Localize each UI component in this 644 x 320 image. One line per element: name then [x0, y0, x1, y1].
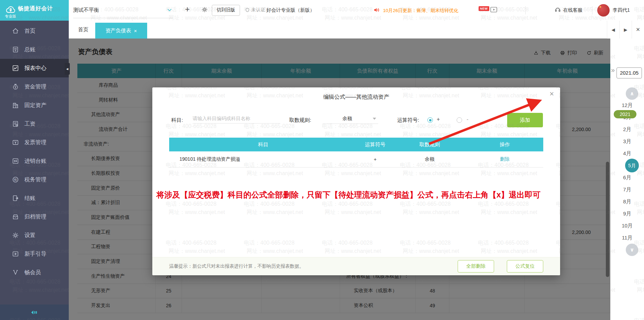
rule-label: 取数规则: [289, 117, 311, 124]
tax-icon: 税 [12, 176, 19, 183]
sidebar-item-label: 税务管理 [24, 176, 46, 183]
tip-text: 温馨提示：新公式只对未出报表进行计算，不影响历史报表数据。 [169, 257, 304, 275]
close-icon: ✕ [636, 26, 640, 33]
sidebar-item-归档管理[interactable]: 归档管理 [0, 207, 69, 226]
subject-label: 科目: [171, 117, 183, 124]
chevron-right-icon: ▶ [624, 27, 627, 32]
sidebar-item-首页[interactable]: 首页 [0, 22, 69, 40]
chevron-down-icon: ∨ [630, 247, 634, 253]
account-selector[interactable]: 测试不平衡 [73, 7, 99, 13]
ledger-icon [12, 46, 19, 53]
tab-close-icon[interactable]: × [134, 28, 137, 34]
add-account-button[interactable]: + [185, 4, 190, 14]
operator-minus-radio[interactable] [457, 117, 462, 123]
expand-periods-icon[interactable]: » [611, 66, 615, 74]
logo-title: 畅捷通好会计 [18, 5, 53, 12]
dialog-title: 编辑公式——其他流动资产 [152, 94, 560, 101]
home-icon [12, 27, 19, 35]
minus-sign-label: - [467, 116, 468, 122]
online-service-link[interactable]: 在线客服 [563, 7, 582, 13]
guide-icon [12, 250, 19, 258]
tab-scroll-right-button[interactable]: ▶ [619, 21, 632, 39]
operator-label: 运算符号: [397, 117, 419, 124]
plus-sign-label: + [437, 116, 440, 122]
gear-icon[interactable] [201, 6, 208, 13]
subject-input[interactable] [193, 114, 280, 124]
tab-home[interactable]: 首页 [78, 21, 88, 39]
month-item-12月[interactable]: 12月 [610, 101, 644, 109]
switch-old-version-button[interactable]: 切到旧版 [212, 5, 240, 16]
caret-down-icon [373, 118, 376, 120]
formula-subject: 190101 待处理流动资产损溢 [169, 156, 357, 162]
sidebar-item-工资[interactable]: 工资 [0, 115, 69, 133]
reset-formula-button[interactable]: 公式复位 [507, 260, 543, 273]
month-item-9月[interactable]: 9月 [610, 210, 644, 218]
sidebar-item-结账[interactable]: 结账 [0, 189, 69, 207]
sidebar-item-label: 固定资产 [24, 102, 46, 109]
username[interactable]: 李四代1 [613, 7, 630, 13]
close-all-tabs-button[interactable]: ✕ [632, 21, 644, 39]
month-item-3月[interactable]: 3月 [610, 137, 644, 146]
add-button[interactable]: 添加 [507, 113, 543, 127]
dialog-footer: 温馨提示：新公式只对未出报表进行计算，不影响历史报表数据。 全部删除 公式复位 [152, 257, 560, 275]
archive-icon [12, 213, 19, 221]
sidebar-item-总账[interactable]: 总账 [0, 40, 69, 59]
scroll-months-up-button[interactable]: ∧ [626, 87, 638, 100]
certification-status[interactable]: 未认证 [245, 7, 265, 13]
tab-scroll-left-button[interactable]: ◀ [607, 21, 619, 39]
sidebar-item-进销台账[interactable]: 进销台账 [0, 152, 69, 170]
delete-all-button[interactable]: 全部删除 [458, 260, 494, 273]
edition-label: 好会计专业版（新版） [266, 7, 315, 13]
sidebar-item-资金管理[interactable]: 资金管理 [0, 77, 69, 96]
delete-link[interactable]: 删除 [466, 156, 543, 162]
report-icon [12, 64, 19, 72]
funds-icon [12, 83, 19, 90]
update-notice[interactable]: 10月26日更新：账簿、期末结转优化 [383, 8, 458, 14]
tab-balance-sheet[interactable]: 资产负债表 × [95, 23, 147, 39]
sidebar-item-label: 资金管理 [24, 83, 46, 90]
sidebar-item-新手引导[interactable]: 新手引导 [0, 245, 69, 263]
member-icon [12, 269, 19, 276]
scroll-months-down-button[interactable]: ∨ [626, 244, 638, 256]
sidebar-item-税务管理[interactable]: 税税务管理 [0, 170, 69, 189]
month-item-10月[interactable]: 10月 [610, 222, 644, 230]
month-item-6月[interactable]: 6月 [610, 173, 644, 182]
rule-selected-value: 余额 [342, 116, 352, 122]
sidebar-item-设置[interactable]: 设置 [0, 226, 69, 245]
sidebar-item-label: 归档管理 [24, 213, 46, 221]
column-header-action: 操作 [466, 138, 543, 151]
chevron-down-icon[interactable] [167, 8, 172, 12]
sidebar-item-报表中心[interactable]: 报表中心 [0, 59, 69, 77]
app-window: 畅捷通好会计 专业版 首页总账报表中心资金管理固定资产工资发票管理进销台账税税务… [0, 0, 644, 320]
column-header-rule: 取数规则 [393, 138, 466, 151]
edit-formula-dialog: × 编辑公式——其他流动资产 科目: 取数规则: 余额 运算符号: + - 添加… [152, 87, 560, 275]
headset-icon [554, 6, 561, 13]
avatar[interactable]: ★ [597, 4, 610, 17]
sidebar-item-发票管理[interactable]: 发票管理 [0, 133, 69, 152]
operator-plus-radio[interactable] [427, 117, 433, 123]
collapse-sidebar-icon[interactable] [30, 309, 38, 316]
app-logo: 畅捷通好会计 专业版 [0, 0, 69, 21]
month-item-8月[interactable]: 8月 [610, 198, 644, 206]
sidebar-item-label: 设置 [24, 232, 35, 239]
chevron-up-icon: ∧ [630, 90, 634, 97]
sidebar-collapse-toggle[interactable]: ◀ [65, 63, 70, 75]
sidebar-item-固定资产[interactable]: 固定资产 [0, 96, 69, 115]
month-item-11月[interactable]: 11月 [610, 234, 644, 242]
column-header-subject: 科目 [169, 138, 357, 151]
invoice-icon [12, 139, 19, 146]
sidebar-item-畅会员[interactable]: 畅会员 [0, 263, 69, 282]
announcement-speaker-icon [373, 6, 381, 14]
formula-row: 190101 待处理流动资产损溢 + 余额 删除 [169, 151, 543, 168]
whats-new-video-icon[interactable]: NEW [490, 6, 498, 14]
new-badge: NEW [479, 6, 489, 11]
current-period[interactable]: 2021.05 [616, 67, 642, 78]
month-item-2月[interactable]: 2月 [610, 125, 644, 134]
month-item-4月[interactable]: 4月 [610, 149, 644, 158]
month-item-5月[interactable]: 5月 [625, 159, 639, 172]
logo-subtitle: 专业版 [5, 14, 16, 19]
month-item-7月[interactable]: 7月 [610, 185, 644, 194]
rule-select[interactable]: 余额 [323, 114, 378, 124]
account-underline [73, 18, 173, 18]
period-sidebar: » 2021.05 ∧ 12月1月2月3月4月5月6月7月8月9月10月11月 … [610, 39, 644, 320]
